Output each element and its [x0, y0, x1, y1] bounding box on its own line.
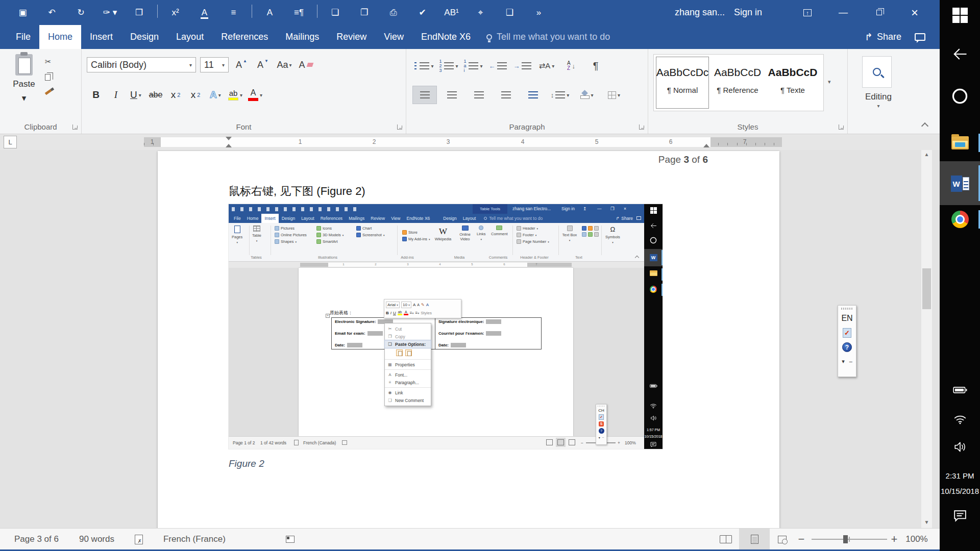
highlight-button[interactable]: ab▾ — [226, 86, 244, 104]
strikethrough-button[interactable]: abe — [146, 86, 165, 104]
page-indicator[interactable]: Page 3 of 6 — [14, 534, 59, 544]
language-indicator-en[interactable]: EN — [841, 314, 852, 323]
scrollbar-thumb[interactable] — [922, 268, 931, 309]
style-card[interactable]: AaBbCcD ¶ Texte — [766, 57, 819, 109]
underline-a-icon[interactable]: A — [190, 8, 219, 18]
multilevel-list-button[interactable]: 1ai▾ — [462, 58, 484, 73]
grow-font-button[interactable]: A — [233, 57, 250, 72]
new-document-icon[interactable]: ❏ — [321, 7, 350, 18]
figure-caption[interactable]: Figure 2 — [229, 458, 264, 469]
superscript-button[interactable]: x2 — [186, 86, 205, 104]
style-card[interactable]: AaBbCcD ¶ Reference — [711, 57, 764, 109]
battery-icon[interactable] — [940, 383, 980, 397]
minimize-button[interactable]: — — [825, 0, 861, 25]
separator[interactable] — [154, 5, 161, 20]
clock-time[interactable]: 2:31 PM — [940, 470, 980, 482]
ribbon-tab[interactable]: References — [212, 25, 277, 49]
bullets-button[interactable]: ▾ — [413, 58, 435, 73]
copy-icon[interactable] — [45, 74, 51, 81]
language-bar-options-icon[interactable]: ▾ — [842, 358, 845, 365]
justify-button[interactable] — [494, 86, 518, 104]
right-indent-marker[interactable] — [703, 144, 709, 147]
clear-formatting-button[interactable]: A — [297, 57, 314, 72]
touch-mode-icon[interactable]: ✑ ▾ — [95, 7, 125, 18]
restore-button[interactable] — [861, 0, 897, 25]
zoom-level[interactable]: 100% — [901, 529, 932, 550]
shading-button[interactable]: ▾ — [575, 86, 599, 104]
separator[interactable] — [313, 5, 321, 20]
spelling-icon[interactable]: ✔ — [408, 7, 437, 18]
ribbon-tab[interactable]: Layout — [167, 25, 212, 49]
read-mode-button[interactable] — [715, 529, 737, 550]
asian-layout-button[interactable]: ⇄A▾ — [536, 58, 557, 73]
align-left-button[interactable] — [412, 86, 437, 104]
comments-icon[interactable] — [915, 33, 925, 41]
paragraph-dialog-launcher[interactable] — [639, 124, 644, 130]
word-taskbar-icon[interactable]: W — [940, 174, 980, 193]
save-icon[interactable]: ▣ — [8, 7, 37, 18]
superscript-icon[interactable]: x² — [161, 8, 190, 18]
underline-button[interactable]: U▾ — [127, 86, 145, 104]
scroll-up-icon[interactable]: ▲ — [924, 152, 929, 157]
format-painter-icon[interactable] — [45, 89, 52, 95]
macro-recording-icon[interactable] — [286, 536, 295, 543]
borders-button[interactable]: ▾ — [602, 86, 626, 104]
text-effects-button[interactable]: A▾ — [206, 86, 225, 104]
ribbon-tab[interactable]: File — [7, 25, 39, 49]
print-layout-button[interactable] — [739, 529, 770, 550]
document-page[interactable]: Page 3 of 6 鼠标右键, 见下图 (Figure 2) Table T… — [158, 151, 779, 528]
help-icon[interactable]: ? — [842, 342, 852, 352]
change-case-button[interactable]: Aa▾ — [276, 57, 293, 72]
cortana-button[interactable] — [940, 86, 980, 106]
ribbon-tab[interactable]: EndNote X6 — [412, 25, 479, 49]
language-bar-grip[interactable] — [841, 308, 853, 310]
vertical-scrollbar[interactable]: ▲ ▼ — [921, 150, 932, 528]
subscript-button[interactable]: x2 — [166, 86, 185, 104]
web-layout-button[interactable] — [771, 529, 793, 550]
styles-dialog-launcher[interactable] — [839, 124, 844, 130]
proofing-errors-icon[interactable]: ✗ — [135, 535, 143, 544]
numbering-button[interactable]: 123▾ — [438, 58, 459, 73]
first-line-indent-marker[interactable] — [226, 137, 232, 140]
align-center-button[interactable] — [439, 86, 464, 104]
close-button[interactable]: × — [897, 0, 933, 25]
more-commands-icon[interactable]: » — [524, 8, 553, 18]
ribbon-tab[interactable]: Design — [121, 25, 167, 49]
redo-icon[interactable]: ↻ — [66, 7, 95, 18]
body-text[interactable]: 鼠标右键, 见下图 (Figure 2) — [229, 184, 365, 199]
undo-icon[interactable]: ↶ — [37, 7, 66, 18]
zoom-out-button[interactable]: − — [795, 529, 807, 550]
style-card[interactable]: AaBbCcDc ¶ Normal — [656, 57, 709, 109]
tab-selector[interactable]: L — [4, 136, 17, 148]
footnote-icon[interactable]: AB¹ — [437, 8, 466, 18]
increase-indent-button[interactable]: → — [511, 58, 533, 73]
zoom-in-button[interactable]: + — [888, 529, 900, 550]
chrome-taskbar-icon[interactable] — [940, 208, 980, 231]
decrease-indent-button[interactable]: ← — [487, 58, 508, 73]
font-icon[interactable]: A — [255, 8, 284, 18]
bold-button[interactable]: B — [87, 86, 105, 104]
find-button[interactable] — [862, 56, 892, 88]
open-folder-icon[interactable]: ❐ — [350, 7, 379, 18]
sign-in-button[interactable]: Sign in — [734, 7, 762, 18]
word-count[interactable]: 90 words — [79, 534, 114, 544]
font-name-combo[interactable]: Calibri (Body)▾ — [87, 57, 196, 72]
paste-document-icon[interactable]: ❑ — [495, 7, 524, 18]
font-color-button[interactable]: A▾ — [246, 86, 264, 104]
font-dialog-launcher[interactable] — [397, 124, 402, 130]
start-button[interactable] — [940, 6, 980, 24]
zoom-slider[interactable] — [812, 539, 887, 540]
action-center-icon[interactable] — [940, 508, 980, 523]
language-bar-minimize-icon[interactable]: ‒ — [849, 358, 852, 365]
justify-icon[interactable]: ≡ — [219, 8, 248, 18]
share-button[interactable]: ↱Share — [865, 31, 901, 43]
sort-button[interactable]: AZ↓ — [560, 58, 582, 73]
spellcheck-icon[interactable]: ✓ — [843, 328, 851, 338]
cut-icon[interactable]: ✂ — [45, 57, 52, 66]
clock-date[interactable]: 10/15/2018 — [940, 486, 980, 497]
ribbon-display-options-button[interactable]: ↑ — [790, 0, 825, 25]
print-preview-icon[interactable]: ⎙ — [379, 8, 408, 18]
styles-gallery-more-button[interactable]: ▾ — [828, 79, 831, 85]
language-bar[interactable]: EN ✓ ? ▾ ‒ — [838, 305, 856, 377]
ribbon-tab[interactable]: Home — [39, 25, 81, 49]
